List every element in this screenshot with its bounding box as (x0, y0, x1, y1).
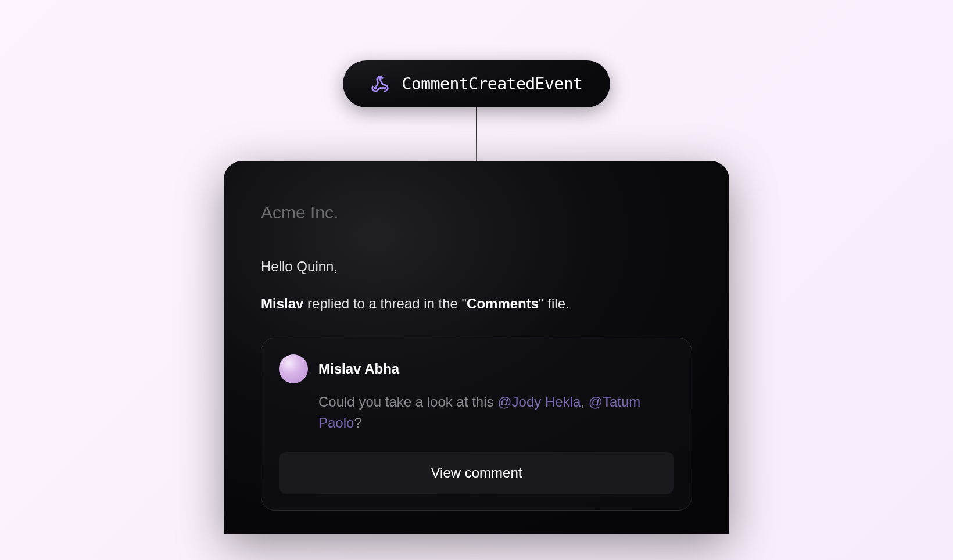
commenter-name: Mislav Abha (318, 361, 399, 377)
event-pill: CommentCreatedEvent (343, 60, 611, 107)
webhook-icon (371, 75, 389, 94)
activity-middle: replied to a thread in the " (303, 296, 467, 311)
svg-point-1 (374, 87, 376, 89)
event-name: CommentCreatedEvent (402, 74, 583, 94)
company-name: Acme Inc. (261, 203, 692, 222)
comment-body: Could you take a look at this @Jody Hekl… (318, 392, 674, 433)
comment-preview-box: Mislav Abha Could you take a look at thi… (261, 338, 692, 511)
comment-separator: , (581, 394, 588, 410)
view-comment-button[interactable]: View comment (279, 452, 674, 494)
activity-suffix: " file. (539, 296, 569, 311)
activity-actor: Mislav (261, 296, 303, 311)
activity-file: Comments (467, 296, 539, 311)
activity-description: Mislav replied to a thread in the "Comme… (261, 296, 692, 312)
comment-text-suffix: ? (354, 415, 361, 430)
svg-point-0 (379, 77, 381, 79)
mention-user-1[interactable]: @Jody Hekla (497, 394, 581, 410)
svg-point-2 (384, 87, 385, 89)
comment-text-prefix: Could you take a look at this (318, 394, 497, 410)
comment-header: Mislav Abha (279, 354, 674, 383)
email-notification-card: Acme Inc. Hello Quinn, Mislav replied to… (224, 161, 729, 534)
email-greeting: Hello Quinn, (261, 259, 692, 275)
connector-line (476, 107, 477, 161)
avatar (279, 354, 308, 383)
